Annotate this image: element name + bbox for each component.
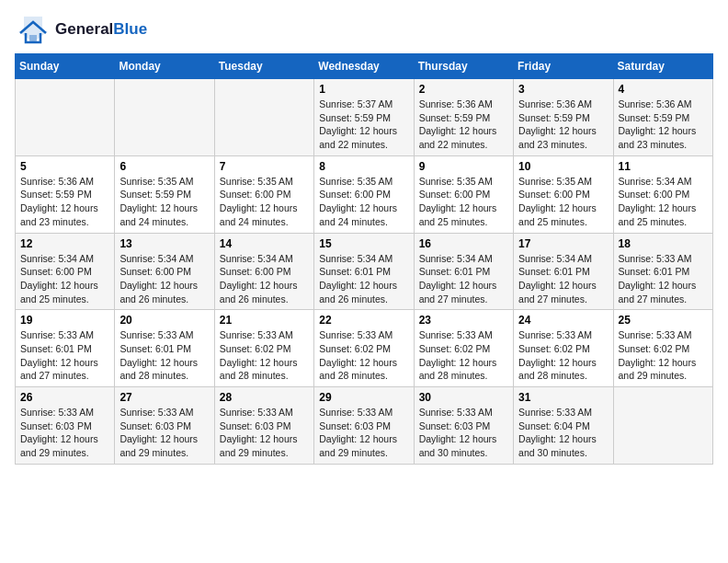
day-info: Sunrise: 5:36 AMSunset: 5:59 PMDaylight:…	[20, 175, 109, 229]
calendar-cell: 23Sunrise: 5:33 AMSunset: 6:02 PMDayligh…	[414, 310, 513, 387]
calendar-cell: 27Sunrise: 5:33 AMSunset: 6:03 PMDayligh…	[115, 387, 214, 465]
day-info: Sunrise: 5:36 AMSunset: 5:59 PMDaylight:…	[419, 98, 508, 152]
day-info: Sunrise: 5:34 AMSunset: 6:00 PMDaylight:…	[119, 252, 209, 306]
day-number: 16	[419, 237, 508, 250]
day-number: 5	[20, 160, 109, 173]
day-number: 31	[518, 391, 608, 404]
day-info: Sunrise: 5:33 AMSunset: 6:01 PMDaylight:…	[619, 252, 708, 306]
day-number: 6	[119, 160, 209, 173]
day-number: 20	[119, 314, 209, 327]
day-number: 18	[619, 237, 708, 250]
calendar-cell: 15Sunrise: 5:34 AMSunset: 6:01 PMDayligh…	[314, 233, 414, 310]
day-number: 29	[319, 391, 408, 404]
calendar-cell	[613, 387, 712, 465]
calendar-week-row: 5Sunrise: 5:36 AMSunset: 5:59 PMDaylight…	[16, 155, 713, 233]
calendar-cell: 9Sunrise: 5:35 AMSunset: 6:00 PMDaylight…	[414, 155, 513, 233]
day-number: 26	[20, 391, 109, 404]
day-number: 10	[518, 160, 608, 173]
weekday-header-wednesday: Wednesday	[314, 54, 414, 79]
weekday-header-sunday: Sunday	[16, 54, 115, 79]
calendar-cell: 10Sunrise: 5:35 AMSunset: 6:00 PMDayligh…	[514, 155, 613, 233]
day-number: 8	[319, 160, 408, 173]
day-info: Sunrise: 5:33 AMSunset: 6:02 PMDaylight:…	[518, 328, 608, 383]
day-number: 22	[319, 314, 408, 327]
day-number: 2	[419, 83, 508, 96]
calendar-table: SundayMondayTuesdayWednesdayThursdayFrid…	[15, 53, 713, 465]
calendar-cell: 8Sunrise: 5:35 AMSunset: 6:00 PMDaylight…	[314, 155, 414, 233]
day-info: Sunrise: 5:33 AMSunset: 6:03 PMDaylight:…	[319, 406, 408, 460]
day-number: 30	[419, 391, 508, 404]
day-info: Sunrise: 5:35 AMSunset: 5:59 PMDaylight:…	[119, 175, 209, 229]
calendar-cell: 16Sunrise: 5:34 AMSunset: 6:01 PMDayligh…	[414, 233, 513, 310]
calendar-cell: 2Sunrise: 5:36 AMSunset: 5:59 PMDaylight…	[414, 79, 513, 156]
weekday-header-monday: Monday	[115, 54, 214, 79]
day-number: 9	[419, 160, 508, 173]
calendar-cell: 21Sunrise: 5:33 AMSunset: 6:02 PMDayligh…	[214, 310, 313, 387]
day-info: Sunrise: 5:33 AMSunset: 6:02 PMDaylight:…	[619, 328, 708, 383]
calendar-cell: 17Sunrise: 5:34 AMSunset: 6:01 PMDayligh…	[514, 233, 613, 310]
day-info: Sunrise: 5:34 AMSunset: 6:00 PMDaylight:…	[220, 252, 309, 306]
day-info: Sunrise: 5:34 AMSunset: 6:01 PMDaylight:…	[518, 252, 608, 306]
calendar-cell: 12Sunrise: 5:34 AMSunset: 6:00 PMDayligh…	[16, 233, 115, 310]
calendar-cell: 7Sunrise: 5:35 AMSunset: 6:00 PMDaylight…	[214, 155, 313, 233]
calendar-cell: 20Sunrise: 5:33 AMSunset: 6:01 PMDayligh…	[115, 310, 214, 387]
calendar-cell	[214, 79, 313, 156]
logo-general-text: General	[55, 20, 113, 39]
day-info: Sunrise: 5:37 AMSunset: 5:59 PMDaylight:…	[319, 98, 408, 152]
weekday-header-row: SundayMondayTuesdayWednesdayThursdayFrid…	[16, 54, 713, 79]
calendar-cell: 14Sunrise: 5:34 AMSunset: 6:00 PMDayligh…	[214, 233, 313, 310]
weekday-header-friday: Friday	[514, 54, 613, 79]
day-info: Sunrise: 5:33 AMSunset: 6:02 PMDaylight:…	[220, 328, 309, 383]
calendar-cell: 4Sunrise: 5:36 AMSunset: 5:59 PMDaylight…	[613, 79, 712, 156]
calendar-cell: 18Sunrise: 5:33 AMSunset: 6:01 PMDayligh…	[613, 233, 712, 310]
day-number: 24	[518, 314, 608, 327]
calendar-cell	[115, 79, 214, 156]
calendar-cell: 30Sunrise: 5:33 AMSunset: 6:03 PMDayligh…	[414, 387, 513, 465]
calendar-cell: 6Sunrise: 5:35 AMSunset: 5:59 PMDaylight…	[115, 155, 214, 233]
day-info: Sunrise: 5:33 AMSunset: 6:02 PMDaylight:…	[319, 328, 408, 383]
calendar-cell: 31Sunrise: 5:33 AMSunset: 6:04 PMDayligh…	[514, 387, 613, 465]
day-info: Sunrise: 5:34 AMSunset: 6:01 PMDaylight:…	[319, 252, 408, 306]
calendar-cell: 13Sunrise: 5:34 AMSunset: 6:00 PMDayligh…	[115, 233, 214, 310]
calendar-cell: 11Sunrise: 5:34 AMSunset: 6:00 PMDayligh…	[613, 155, 712, 233]
weekday-header-tuesday: Tuesday	[214, 54, 313, 79]
day-number: 15	[319, 237, 408, 250]
calendar-cell: 1Sunrise: 5:37 AMSunset: 5:59 PMDaylight…	[314, 79, 414, 156]
calendar-week-row: 19Sunrise: 5:33 AMSunset: 6:01 PMDayligh…	[16, 310, 713, 387]
calendar-cell: 28Sunrise: 5:33 AMSunset: 6:03 PMDayligh…	[214, 387, 313, 465]
calendar-week-row: 26Sunrise: 5:33 AMSunset: 6:03 PMDayligh…	[16, 387, 713, 465]
day-info: Sunrise: 5:33 AMSunset: 6:03 PMDaylight:…	[220, 406, 309, 460]
day-number: 12	[20, 237, 109, 250]
day-info: Sunrise: 5:33 AMSunset: 6:04 PMDaylight:…	[518, 406, 608, 460]
day-number: 21	[220, 314, 309, 327]
calendar-cell: 5Sunrise: 5:36 AMSunset: 5:59 PMDaylight…	[16, 155, 115, 233]
day-number: 25	[619, 314, 708, 327]
day-info: Sunrise: 5:34 AMSunset: 6:00 PMDaylight:…	[20, 252, 109, 306]
calendar-week-row: 12Sunrise: 5:34 AMSunset: 6:00 PMDayligh…	[16, 233, 713, 310]
day-info: Sunrise: 5:33 AMSunset: 6:01 PMDaylight:…	[20, 328, 109, 383]
logo: General Blue	[15, 15, 147, 44]
day-info: Sunrise: 5:35 AMSunset: 6:00 PMDaylight:…	[319, 175, 408, 229]
logo-svg	[15, 15, 51, 44]
calendar-cell: 24Sunrise: 5:33 AMSunset: 6:02 PMDayligh…	[514, 310, 613, 387]
calendar-cell: 26Sunrise: 5:33 AMSunset: 6:03 PMDayligh…	[16, 387, 115, 465]
logo-blue-text: Blue	[113, 20, 147, 39]
day-number: 4	[619, 83, 708, 96]
weekday-header-saturday: Saturday	[613, 54, 712, 79]
svg-rect-0	[29, 35, 37, 42]
day-number: 13	[119, 237, 209, 250]
day-info: Sunrise: 5:33 AMSunset: 6:01 PMDaylight:…	[119, 328, 209, 383]
header: General Blue	[15, 15, 713, 44]
day-info: Sunrise: 5:34 AMSunset: 6:00 PMDaylight:…	[619, 175, 708, 229]
day-info: Sunrise: 5:35 AMSunset: 6:00 PMDaylight:…	[518, 175, 608, 229]
calendar-cell: 19Sunrise: 5:33 AMSunset: 6:01 PMDayligh…	[16, 310, 115, 387]
day-number: 11	[619, 160, 708, 173]
day-number: 27	[119, 391, 209, 404]
day-number: 28	[220, 391, 309, 404]
day-number: 23	[419, 314, 508, 327]
day-info: Sunrise: 5:33 AMSunset: 6:03 PMDaylight:…	[419, 406, 508, 460]
weekday-header-thursday: Thursday	[414, 54, 513, 79]
day-info: Sunrise: 5:33 AMSunset: 6:03 PMDaylight:…	[119, 406, 209, 460]
day-info: Sunrise: 5:33 AMSunset: 6:03 PMDaylight:…	[20, 406, 109, 460]
day-number: 17	[518, 237, 608, 250]
